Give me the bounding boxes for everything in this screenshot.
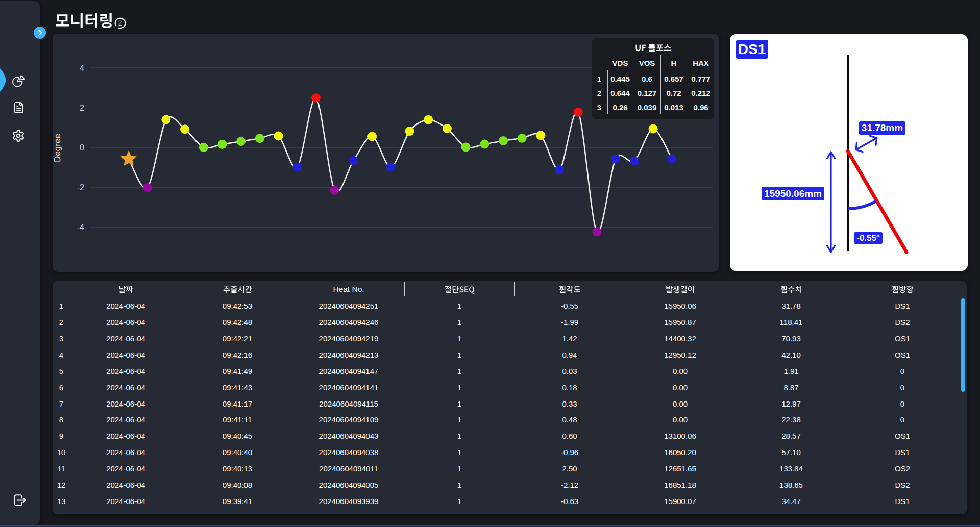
svg-text:4: 4: [80, 64, 84, 72]
svg-text:0: 0: [80, 143, 84, 152]
svg-text:-4: -4: [77, 223, 84, 232]
svg-text:Degree: Degree: [53, 134, 62, 162]
svg-text:DS1: DS1: [738, 41, 766, 57]
svg-text:2: 2: [80, 104, 84, 112]
svg-text:-2: -2: [77, 183, 84, 192]
